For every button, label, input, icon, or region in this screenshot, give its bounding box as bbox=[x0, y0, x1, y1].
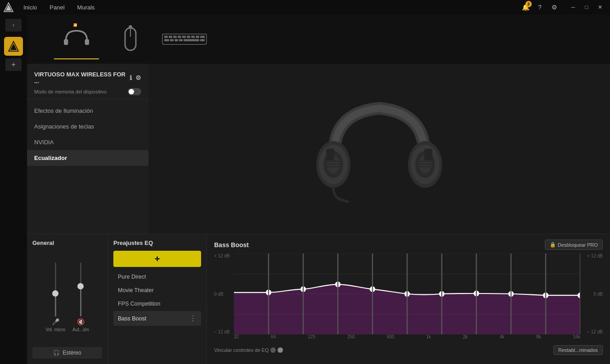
toggle-knob bbox=[129, 89, 134, 94]
nav-lighting[interactable]: Efectos de Iluminación bbox=[27, 103, 148, 119]
device-keyboard[interactable] bbox=[162, 19, 207, 59]
unlock-label: Desbloquear PRO bbox=[558, 242, 598, 248]
general-panel-title: General bbox=[32, 240, 102, 246]
link-dot-1 bbox=[270, 347, 276, 353]
headset-device-icon: 📶 bbox=[61, 23, 92, 54]
memory-mode-label: Modo de memoria del dispositivo bbox=[34, 89, 107, 94]
help-icon: ? bbox=[538, 4, 542, 11]
svg-rect-13 bbox=[173, 36, 177, 38]
y-label-top-right: + 12 dB bbox=[580, 253, 603, 258]
svg-rect-17 bbox=[191, 36, 195, 38]
eq-y-labels-right: + 12 dB 0 dB − 12 dB bbox=[580, 253, 603, 334]
svg-rect-22 bbox=[175, 39, 178, 41]
link-controls-label: Vincular controles de EQ bbox=[214, 347, 269, 353]
sidebar-device-icon[interactable] bbox=[4, 37, 23, 56]
nav-nvidia[interactable]: NVIDIA bbox=[27, 134, 148, 150]
svg-rect-16 bbox=[187, 36, 190, 38]
reset-button[interactable]: Restabl...minados bbox=[553, 345, 603, 355]
sidebar-collapse-button[interactable]: ‹ bbox=[5, 19, 22, 31]
unlock-pro-button[interactable]: 🔒 Desbloquear PRO bbox=[545, 240, 603, 250]
plus-icon: + bbox=[155, 254, 160, 264]
titlebar-nav: Inicio Panel Murals bbox=[18, 2, 100, 13]
y-label-zero-right: 0 dB bbox=[580, 292, 603, 297]
eq-link-controls[interactable]: Vincular controles de EQ bbox=[214, 347, 283, 353]
device-memory-mode: Modo de memoria del dispositivo bbox=[34, 88, 141, 95]
y-label-bot-left: − 12 dB bbox=[214, 329, 234, 334]
plus-icon: + bbox=[11, 61, 15, 69]
nav-inicio[interactable]: Inicio bbox=[18, 2, 42, 13]
svg-point-9 bbox=[129, 25, 132, 29]
x-label-250: 250 bbox=[347, 334, 355, 343]
preset-movie-theater[interactable]: Movie Theater bbox=[113, 284, 201, 297]
minimize-button[interactable]: ─ bbox=[567, 1, 579, 13]
preset-fps-competition[interactable]: FPS Competition bbox=[113, 297, 201, 310]
preset-list: Pure Direct Movie Theater FPS Competitio… bbox=[113, 271, 201, 326]
device-headset[interactable]: 📶 bbox=[54, 19, 99, 59]
device-strip: 📶 bbox=[27, 14, 610, 64]
nav-murals[interactable]: Murals bbox=[72, 2, 100, 13]
lock-icon: 🔒 bbox=[550, 242, 556, 248]
bottom-section: General 🎤 Vol. micro bbox=[27, 234, 610, 364]
link-dot-2 bbox=[278, 347, 283, 353]
sidebar: ‹ + bbox=[0, 14, 27, 364]
nav-menu: Efectos de Iluminación Asignaciones de t… bbox=[27, 99, 148, 234]
svg-rect-15 bbox=[182, 36, 186, 38]
x-label-4k: 4k bbox=[500, 334, 505, 343]
y-label-top-left: + 12 dB bbox=[214, 253, 234, 258]
headphone-icon: 🎧 bbox=[53, 350, 60, 356]
settings-device-icon[interactable]: ⚙ bbox=[135, 74, 141, 81]
sidebar-add-button[interactable]: + bbox=[5, 58, 22, 71]
svg-rect-24 bbox=[184, 39, 199, 41]
general-panel: General 🎤 Vol. micro bbox=[27, 234, 108, 364]
auto-slider-fill bbox=[80, 288, 81, 316]
left-panel: VIRTUOSO MAX WIRELESS FOR ... ℹ ⚙ Modo d… bbox=[27, 64, 148, 234]
svg-rect-23 bbox=[179, 39, 183, 41]
svg-rect-11 bbox=[164, 36, 168, 38]
eq-presets-title: Preajustes EQ bbox=[113, 240, 201, 246]
svg-rect-14 bbox=[178, 36, 181, 38]
window-controls: ─ □ ✕ bbox=[567, 1, 606, 13]
notification-button[interactable]: 🔔 2 bbox=[520, 2, 531, 13]
preset-bass-boost[interactable]: Bass Boost ⋮ bbox=[113, 311, 201, 326]
mic-label: Vol. micro bbox=[45, 327, 65, 332]
eq-presets-panel: Preajustes EQ + Pure Direct Movie Theate… bbox=[108, 234, 207, 364]
slider-thumb[interactable] bbox=[52, 290, 58, 297]
x-label-500: 500 bbox=[387, 334, 395, 343]
settings-button[interactable]: ⚙ bbox=[549, 2, 560, 13]
mic-volume-slider[interactable] bbox=[55, 262, 56, 316]
eq-chart-svg-area bbox=[234, 253, 580, 334]
stereo-button[interactable]: 🎧 Estéreo bbox=[32, 347, 102, 359]
y-label-zero-left: 0 dB bbox=[214, 292, 234, 297]
eq-panel: Bass Boost 🔒 Desbloquear PRO + 12 dB 0 d… bbox=[207, 234, 610, 364]
slider-fill bbox=[55, 295, 56, 316]
nav-panel[interactable]: Panel bbox=[44, 2, 70, 13]
auto-slider-thumb[interactable] bbox=[77, 283, 84, 289]
x-label-125: 125 bbox=[308, 334, 315, 343]
stereo-label: Estéreo bbox=[63, 350, 81, 356]
close-button[interactable]: ✕ bbox=[594, 1, 606, 13]
svg-rect-35 bbox=[424, 149, 432, 160]
auto-slider[interactable] bbox=[80, 262, 81, 316]
mic-volume-slider-col: 🎤 Vol. micro bbox=[45, 262, 65, 332]
auto-slider-track bbox=[80, 262, 81, 316]
titlebar-right: 🔔 2 ? ⚙ ─ □ ✕ bbox=[520, 1, 606, 13]
svg-rect-12 bbox=[169, 36, 172, 38]
x-label-1k: 1k bbox=[426, 334, 431, 343]
eq-footer: Vincular controles de EQ Restabl...minad… bbox=[214, 345, 603, 355]
memory-mode-toggle[interactable] bbox=[128, 88, 141, 95]
add-preset-button[interactable]: + bbox=[113, 251, 201, 267]
nav-keybindings[interactable]: Asignaciones de teclas bbox=[27, 119, 148, 134]
nav-equalizer[interactable]: Ecualizador bbox=[27, 150, 148, 166]
eq-x-labels: 32 64 125 250 500 1k 2k 4k 8k 16k bbox=[234, 334, 580, 343]
x-label-32: 32 bbox=[234, 334, 239, 343]
device-mouse[interactable] bbox=[108, 19, 153, 59]
preset-options-icon[interactable]: ⋮ bbox=[189, 314, 197, 323]
eq-chart-container: + 12 dB 0 dB − 12 dB bbox=[214, 253, 603, 343]
maximize-button[interactable]: □ bbox=[580, 1, 593, 13]
help-button[interactable]: ? bbox=[534, 2, 545, 13]
info-icon[interactable]: ℹ bbox=[130, 74, 132, 81]
headset-main-image bbox=[307, 77, 451, 221]
notification-badge: 2 bbox=[525, 1, 532, 7]
preset-pure-direct[interactable]: Pure Direct bbox=[113, 271, 201, 283]
device-name-row: VIRTUOSO MAX WIRELESS FOR ... ℹ ⚙ bbox=[34, 71, 141, 84]
